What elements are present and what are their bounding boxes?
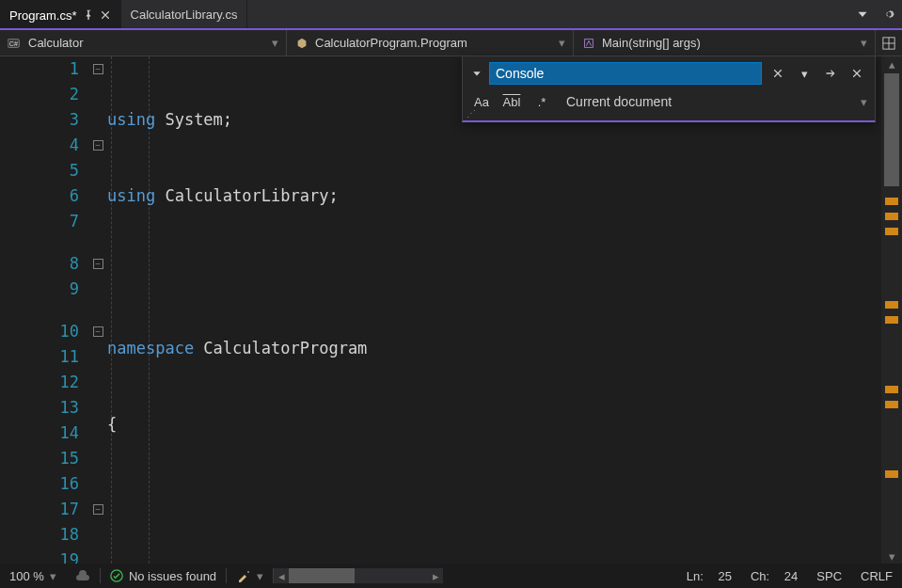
tab-overflow-button[interactable]	[849, 0, 876, 28]
scroll-marker	[885, 401, 898, 408]
close-icon[interactable]	[100, 9, 111, 21]
tab-title: Program.cs*	[9, 8, 77, 23]
tab-program-cs[interactable]: Program.cs*	[0, 0, 121, 28]
find-options-dropdown[interactable]: ▾	[794, 63, 815, 84]
fold-toggle[interactable]: −	[93, 326, 103, 337]
code-navigation-bar: C# Calculator ▾ CalculatorProgram.Progra…	[0, 30, 902, 56]
tab-calculatorlibrary-cs[interactable]: CalculatorLibrary.cs	[121, 0, 248, 28]
find-input[interactable]	[489, 62, 762, 85]
find-expand-toggle[interactable]	[470, 69, 483, 78]
tabs-spacer	[247, 0, 849, 28]
scroll-up-button[interactable]: ▴	[881, 56, 902, 72]
tab-title: CalculatorLibrary.cs	[131, 8, 238, 22]
match-whole-word-toggle[interactable]: Abl	[500, 92, 523, 111]
scroll-thumb[interactable]	[884, 73, 899, 186]
find-scope-label[interactable]: Current document	[566, 94, 853, 109]
zoom-level[interactable]: 100 % ▾	[0, 564, 66, 588]
chevron-down-icon[interactable]: ▾	[861, 95, 867, 109]
find-close-button[interactable]	[767, 63, 788, 84]
check-icon	[110, 569, 123, 582]
caret-position[interactable]: Ln: 25	[677, 564, 741, 588]
tab-options-button[interactable]	[876, 0, 902, 28]
nav-class-label: CalculatorProgram.Program	[315, 36, 467, 50]
cleanup-icon[interactable]: ▾	[227, 564, 273, 588]
scroll-marker	[885, 316, 898, 324]
scroll-marker	[885, 386, 898, 393]
chevron-down-icon: ▾	[861, 36, 867, 50]
scroll-right-button[interactable]: ▸	[428, 569, 443, 583]
document-tabs-bar: Program.cs* CalculatorLibrary.cs	[0, 0, 902, 30]
resize-grip-icon[interactable]: ⋰	[467, 108, 476, 119]
hscroll-thumb[interactable]	[289, 568, 355, 583]
fold-toggle[interactable]: −	[93, 504, 103, 515]
code-editor[interactable]: 1 2 3 4 5 6 7 8 9 10 11 12 13 14 15 16 1…	[0, 56, 881, 564]
nav-project-label: Calculator	[28, 36, 84, 50]
use-regex-toggle[interactable]: .*	[530, 92, 553, 111]
scroll-marker	[885, 228, 898, 235]
vertical-scrollbar[interactable]: ▴ ▾	[881, 56, 902, 564]
error-status[interactable]: No issues found	[101, 564, 226, 588]
scroll-marker	[885, 198, 898, 205]
nav-member-dropdown[interactable]: Main(string[] args) ▾	[574, 30, 876, 56]
chevron-down-icon: ▾	[272, 36, 278, 50]
horizontal-scrollbar[interactable]: ◂ ▸	[274, 568, 443, 583]
scroll-left-button[interactable]: ◂	[274, 569, 289, 583]
find-in-files-button[interactable]	[847, 63, 867, 84]
status-bar: 100 % ▾ No issues found ▾ ◂ ▸ Ln: 25 Ch:…	[0, 564, 902, 588]
fold-toggle[interactable]: −	[93, 259, 103, 269]
find-next-button[interactable]	[820, 63, 841, 84]
line-number-gutter: 1 2 3 4 5 6 7 8 9 10 11 12 13 14 15 16 1…	[0, 56, 88, 564]
csharp-project-icon: C#	[8, 37, 23, 50]
pin-icon[interactable]	[83, 9, 94, 21]
method-icon	[581, 37, 596, 50]
nav-member-label: Main(string[] args)	[602, 36, 701, 50]
fold-gutter: − − − − −	[88, 56, 107, 564]
scroll-down-button[interactable]: ▾	[881, 548, 902, 564]
scroll-marker	[885, 470, 898, 478]
chevron-down-icon: ▾	[559, 36, 565, 50]
code-content[interactable]: using System; using CalculatorLibrary; n…	[107, 56, 881, 564]
find-panel: ▾ Aa Abl .* Current document ▾ ⋰	[462, 56, 876, 122]
fold-toggle[interactable]: −	[93, 64, 103, 74]
caret-column[interactable]: Ch: 24	[741, 564, 807, 588]
chevron-down-icon: ▾	[50, 569, 56, 583]
line-ending-mode[interactable]: CRLF	[851, 564, 902, 588]
class-icon	[294, 37, 309, 50]
nav-project-dropdown[interactable]: C# Calculator ▾	[0, 30, 287, 56]
indent-mode[interactable]: SPC	[807, 564, 851, 588]
svg-text:C#: C#	[9, 40, 18, 47]
scroll-marker	[885, 301, 898, 309]
editor-area: 1 2 3 4 5 6 7 8 9 10 11 12 13 14 15 16 1…	[0, 56, 902, 564]
scroll-marker	[885, 213, 898, 220]
fold-toggle[interactable]: −	[93, 140, 103, 151]
nav-class-dropdown[interactable]: CalculatorProgram.Program ▾	[287, 30, 574, 56]
intellicode-icon[interactable]	[66, 564, 100, 588]
split-editor-button[interactable]	[876, 30, 902, 56]
